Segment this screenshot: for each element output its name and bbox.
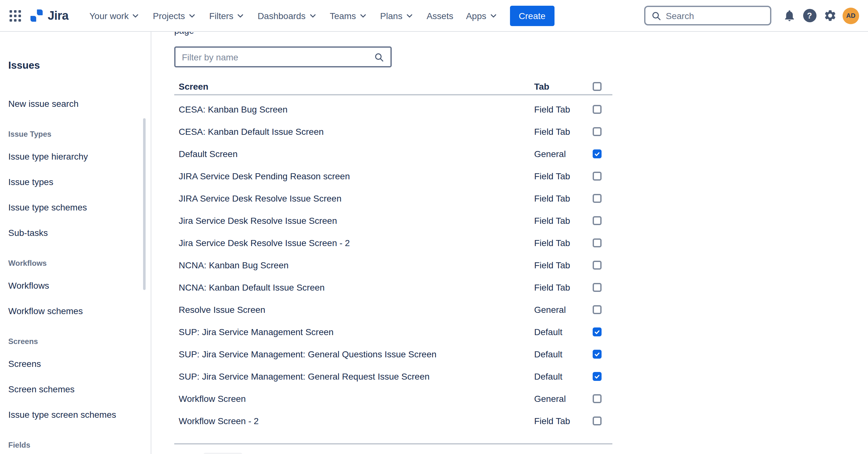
sidebar-group: Issue Types Issue type hierarchy Issue t… [8,130,138,245]
screen-name: Jira Service Desk Resolve Issue Screen -… [174,238,534,248]
row-checkbox[interactable] [593,104,601,114]
sidebar-item-workflows[interactable]: Workflows [8,273,138,298]
nav-item-your-work[interactable]: Your work [84,7,146,25]
help-button[interactable]: ? [799,5,820,26]
chevron-down-icon [188,11,196,20]
sidebar-heading-fields: Fields [8,441,138,451]
nav-item-label: Apps [466,10,487,21]
row-checkbox[interactable] [593,327,601,336]
nav-item-assets[interactable]: Assets [421,7,459,25]
column-header-screen: Screen [174,81,534,92]
search-input[interactable] [666,10,764,21]
table-row: SUP: Jira Service Management: General Re… [174,365,612,387]
top-navigation: Jira Your work Projects Filters Dashboar… [0,0,868,32]
screens-table: Screen Tab CESA: Kanban Bug Screen Field… [174,79,612,445]
check-cell [588,327,612,336]
settings-button[interactable] [820,5,840,26]
table-row: Workflow Screen - 2 Field Tab [174,410,612,432]
row-checkbox[interactable] [593,238,601,247]
table-row: CESA: Kanban Default Issue Screen Field … [174,120,612,143]
tab-value: Field Tab [534,260,588,270]
sidebar-group: Screens Screens Screen schemes Issue typ… [8,337,138,427]
sidebar-item-workflow-schemes[interactable]: Workflow schemes [8,298,138,324]
check-icon [594,373,600,379]
nav-item-apps[interactable]: Apps [460,7,504,25]
global-search[interactable] [644,6,771,25]
row-checkbox[interactable] [593,283,601,292]
table-body: CESA: Kanban Bug Screen Field Tab CESA: … [174,95,612,432]
row-checkbox[interactable] [593,372,601,381]
chevron-down-icon [308,11,317,20]
row-checkbox[interactable] [593,305,601,314]
chevron-down-icon [236,11,245,20]
screen-name: JIRA Service Desk Pending Reason screen [174,171,534,181]
sidebar-scrollbar[interactable] [143,118,146,290]
sidebar-item-issue-type-hierarchy[interactable]: Issue type hierarchy [8,144,138,169]
sidebar-item-issue-type-screen-schemes[interactable]: Issue type screen schemes [8,402,138,427]
check-cell [588,394,612,403]
row-checkbox[interactable] [593,193,601,203]
user-avatar[interactable]: AD [843,7,859,24]
select-all-checkbox[interactable] [593,82,601,91]
row-checkbox[interactable] [593,216,601,225]
nav-item-label: Assets [427,10,454,21]
sidebar-group: Workflows Workflows Workflow schemes [8,259,138,324]
clipped-button[interactable] [204,453,242,454]
row-checkbox[interactable] [593,350,601,358]
screen-name: SUP: Jira Service Management: General Re… [174,371,534,381]
nav-item-plans[interactable]: Plans [375,7,420,25]
notifications-button[interactable] [779,5,799,26]
nav-item-label: Teams [330,10,356,21]
filter-field[interactable] [174,47,392,67]
row-checkbox[interactable] [593,416,601,425]
jira-logo-text: Jira [48,8,68,23]
nav-item-label: Plans [380,10,403,21]
tab-value: Default [534,371,588,381]
table-row: JIRA Service Desk Resolve Issue Screen F… [174,187,612,209]
screen-name: SUP: Jira Service Management Screen [174,327,534,337]
row-checkbox[interactable] [593,394,601,403]
create-button[interactable]: Create [510,5,555,26]
sidebar-item-new-issue-search[interactable]: New issue search [8,91,138,116]
tab-value: Field Tab [534,171,588,181]
sidebar-item-issue-type-schemes[interactable]: Issue type schemes [8,194,138,220]
screen-name: Jira Service Desk Resolve Issue Screen [174,215,534,225]
table-row: Workflow Screen General [174,387,612,410]
jira-logo[interactable]: Jira [29,8,68,23]
tab-value: Field Tab [534,238,588,248]
chevron-down-icon [489,11,498,20]
app-switcher-icon[interactable] [6,7,24,25]
check-cell [588,261,612,269]
table-bottom-rule [174,443,612,445]
row-checkbox[interactable] [593,127,601,136]
sidebar-group: Fields [8,441,138,451]
check-cell [588,305,612,314]
sidebar-item-sub-tasks[interactable]: Sub-tasks [8,220,138,245]
sidebar-item-screens[interactable]: Screens [8,351,138,376]
sidebar-item-screen-schemes[interactable]: Screen schemes [8,376,138,402]
filter-input[interactable] [182,52,369,62]
table-header: Screen Tab [174,79,612,95]
tab-value: Default [534,327,588,337]
row-checkbox[interactable] [593,171,601,180]
check-icon [594,328,600,335]
nav-item-projects[interactable]: Projects [147,7,202,25]
screen-name: Workflow Screen - 2 [174,416,534,426]
row-checkbox[interactable] [593,261,601,269]
column-header-tab: Tab [534,81,588,92]
nav-item-teams[interactable]: Teams [324,7,373,25]
check-cell [588,104,612,114]
sidebar-item-issue-types[interactable]: Issue types [8,169,138,194]
screen-name: Default Screen [174,149,534,159]
chevron-down-icon [131,11,140,20]
table-row: NCNA: Kanban Default Issue Screen Field … [174,276,612,298]
jira-app: Jira Your work Projects Filters Dashboar… [0,0,868,454]
nav-item-filters[interactable]: Filters [204,7,251,25]
table-row: Default Screen General [174,143,612,165]
screen-name: CESA: Kanban Bug Screen [174,104,534,114]
row-checkbox[interactable] [593,149,601,158]
help-icon: ? [803,9,816,22]
check-icon [594,351,600,357]
clipped-text-fragment: page [174,32,263,37]
nav-item-dashboards[interactable]: Dashboards [252,7,323,25]
